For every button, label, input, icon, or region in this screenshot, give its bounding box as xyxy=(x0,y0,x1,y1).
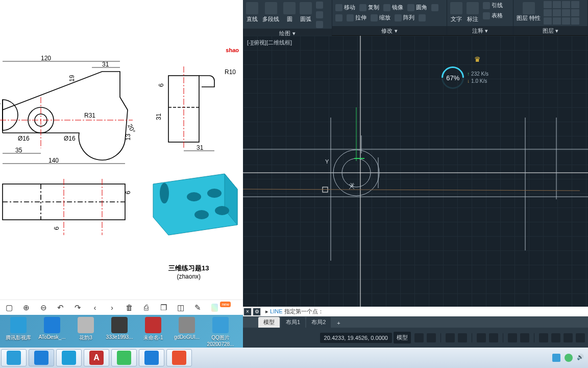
fit-icon[interactable]: ▢ xyxy=(5,303,13,312)
ribbon-多段线[interactable]: 多段线 xyxy=(261,1,280,24)
taskbar-app-button[interactable] xyxy=(56,349,82,366)
taskbar-app-button[interactable] xyxy=(166,349,192,366)
dim-31b: 31 xyxy=(155,113,162,120)
ribbon-文字[interactable]: 文字 xyxy=(449,1,463,24)
ribbon-阵列[interactable]: 阵列 xyxy=(394,13,415,22)
desktop-icon[interactable]: gdDoGUI... xyxy=(173,317,201,340)
dim-35: 35 xyxy=(15,147,22,154)
svg-point-11 xyxy=(215,206,229,215)
edit-icon[interactable]: ✎ xyxy=(194,303,202,312)
workspace-toggle[interactable] xyxy=(551,333,560,342)
desktop-icon[interactable]: QQ图片20200728... xyxy=(206,317,235,347)
desktop-icon[interactable]: 花韵3 xyxy=(71,317,100,341)
tab-add[interactable]: + xyxy=(332,318,345,328)
cmd-wrench-icon[interactable]: ⚙ xyxy=(253,308,260,315)
ribbon-标注[interactable]: 标注 xyxy=(465,1,480,24)
tray-network-icon[interactable] xyxy=(565,354,573,362)
coordinates-readout[interactable]: 20.4233, 19.4526, 0.0000 xyxy=(320,333,392,343)
dim-13: 13 xyxy=(125,133,132,141)
drawing-canvas[interactable]: [-][俯视][二维线框] ♛ 67% ↑ 232 K/s ↓ 1.0 K/s xyxy=(243,36,588,307)
tray-volume-icon[interactable]: 🔊 xyxy=(577,354,585,362)
dim-120: 120 xyxy=(41,55,51,62)
layer-swatches[interactable] xyxy=(544,1,579,25)
ribbon-表格[interactable]: 表格 xyxy=(482,11,504,20)
dim-6c: 6 xyxy=(53,226,60,230)
windows-taskbar[interactable]: A 🔊 xyxy=(0,348,588,368)
layout-tab[interactable]: 布局1 xyxy=(281,317,305,328)
taskbar-app-button[interactable] xyxy=(139,349,164,366)
transparency-toggle[interactable] xyxy=(520,333,529,342)
dim-31c: 31 xyxy=(197,144,204,151)
hardware-toggle[interactable] xyxy=(576,333,585,342)
layout-tabs: 模型布局1布局2+ xyxy=(243,316,588,328)
dim-140: 140 xyxy=(48,157,59,164)
dim-ang20: 20° xyxy=(126,123,136,134)
dim-dia16b: Ø16 xyxy=(64,135,76,142)
new-badge: new xyxy=(220,302,231,307)
ribbon-圆弧[interactable]: 圆弧 xyxy=(299,1,313,24)
svg-point-12 xyxy=(160,183,169,203)
grid-toggle[interactable] xyxy=(414,333,424,342)
ribbon-btn[interactable] xyxy=(334,13,344,22)
ribbon-layer-props[interactable]: 图层 特性 xyxy=(516,1,542,22)
ribbon-缩放[interactable]: 缩放 xyxy=(370,13,391,22)
taskbar-app-button[interactable]: A xyxy=(84,349,109,366)
ribbon-拉伸[interactable]: 拉伸 xyxy=(346,13,368,22)
dim-r31: R31 xyxy=(84,112,95,119)
ribbon-移动[interactable]: 移动 xyxy=(334,3,356,12)
isolate-toggle[interactable] xyxy=(564,333,573,342)
ribbon-圆[interactable]: 圆 xyxy=(282,1,297,24)
rotate-right-icon[interactable]: ↷ xyxy=(74,303,82,312)
rotate-left-icon[interactable]: ↶ xyxy=(57,303,65,312)
ribbon-镜像[interactable]: 镜像 xyxy=(382,3,404,12)
space-mode[interactable]: 模型 xyxy=(394,332,411,343)
layout-tab[interactable]: 布局2 xyxy=(306,317,331,328)
ribbon-btn[interactable] xyxy=(430,3,439,12)
prev-icon[interactable]: ‹ xyxy=(91,303,99,312)
desktop-area[interactable]: 腾讯影视库AToDesk_...花韵3333e1993...未命名-1gdDoG… xyxy=(0,315,243,348)
svg-text:Y: Y xyxy=(325,158,329,165)
copy-icon[interactable]: ❐ xyxy=(160,303,168,312)
ribbon-引线[interactable]: 引线 xyxy=(482,1,504,10)
otrack-toggle[interactable] xyxy=(489,333,498,342)
delete-icon[interactable]: 🗑 xyxy=(125,303,133,312)
taskbar-app-button[interactable] xyxy=(29,349,54,366)
ortho-toggle[interactable] xyxy=(446,333,455,342)
desktop-icon[interactable]: 333e1993... xyxy=(105,317,134,340)
snap-toggle[interactable] xyxy=(427,333,436,342)
taskbar-app-button[interactable] xyxy=(1,349,27,366)
apps-icon[interactable] xyxy=(211,304,218,312)
crop-icon[interactable]: ◫ xyxy=(177,303,185,312)
annotation-toggle[interactable] xyxy=(539,333,548,342)
ribbon-圆角[interactable]: 圆角 xyxy=(406,3,428,12)
taskbar-app-button[interactable] xyxy=(111,349,137,366)
ribbon-btn[interactable] xyxy=(418,13,427,22)
desktop-icon[interactable]: 腾讯影视库 xyxy=(4,317,33,341)
cmd-close-icon[interactable]: × xyxy=(244,308,251,315)
zoom-out-icon[interactable]: ⊖ xyxy=(39,303,47,312)
reference-image-panel: shao xyxy=(0,0,243,348)
image-viewer-toolbar: ▢ ⊕ ⊖ ↶ ↷ ‹ › 🗑 ⎙ ❐ ◫ ✎ new xyxy=(0,300,243,315)
command-input[interactable]: ▸ LINE 指定第一个点： xyxy=(261,307,588,316)
tray-icon-1[interactable] xyxy=(552,354,560,362)
system-tray[interactable]: 🔊 xyxy=(552,348,585,368)
svg-text:X: X xyxy=(350,182,354,188)
polar-toggle[interactable] xyxy=(458,333,467,342)
osnap-toggle[interactable] xyxy=(477,333,486,342)
dim-31a: 31 xyxy=(102,61,109,68)
layout-tab[interactable]: 模型 xyxy=(258,317,280,328)
dim-dia16a: Ø16 xyxy=(18,135,30,142)
ribbon-直线[interactable]: 直线 xyxy=(245,1,259,24)
lineweight-toggle[interactable] xyxy=(508,333,517,342)
dim-6b: 6 xyxy=(125,191,132,194)
next-icon[interactable]: › xyxy=(108,303,116,312)
print-icon[interactable]: ⎙ xyxy=(142,303,151,312)
ribbon-复制[interactable]: 复制 xyxy=(358,3,380,12)
command-bar: × ⚙ ▸ LINE 指定第一个点： xyxy=(243,307,588,316)
desktop-icon[interactable]: AToDesk_... xyxy=(38,317,66,340)
cad-application: 直线多段线圆圆弧绘图 ▾移动复制镜像圆角拉伸缩放阵列修改 ▾文字标注引线表格注释… xyxy=(243,0,588,348)
desktop-icon[interactable]: 未命名-1 xyxy=(139,317,167,341)
reference-title: 三维练习题13 (zhaonx) xyxy=(168,264,209,280)
zoom-in-icon[interactable]: ⊕ xyxy=(22,303,31,312)
svg-line-39 xyxy=(243,189,580,191)
